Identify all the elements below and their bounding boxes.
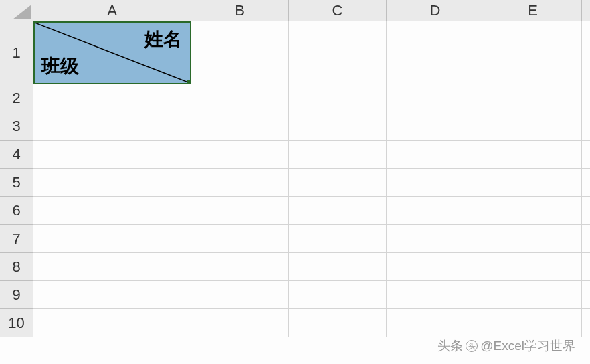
cell-D3[interactable]: [387, 112, 484, 141]
cell-C3[interactable]: [289, 112, 387, 141]
cell-E9[interactable]: [484, 281, 582, 309]
row-header-6[interactable]: 6: [0, 197, 33, 225]
cell-E1[interactable]: [484, 21, 582, 84]
fill-handle[interactable]: [187, 80, 191, 84]
cell-B5[interactable]: [191, 169, 289, 197]
row-label: 7: [12, 230, 20, 248]
cell-D10[interactable]: [387, 309, 484, 337]
cell-D4[interactable]: [387, 141, 484, 169]
row-header-9[interactable]: 9: [0, 281, 33, 309]
cell-C10[interactable]: [289, 309, 387, 337]
select-all-corner[interactable]: [0, 0, 33, 21]
column-header-E[interactable]: E: [484, 0, 582, 21]
column-header-B[interactable]: B: [191, 0, 289, 21]
col-label: B: [235, 2, 245, 19]
cell-edge: [582, 281, 590, 309]
row-header-7[interactable]: 7: [0, 225, 33, 253]
cell-edge: [582, 169, 590, 197]
row-label: 9: [12, 286, 20, 304]
cell-E7[interactable]: [484, 225, 582, 253]
cell-A7[interactable]: [33, 225, 191, 253]
cell-B1[interactable]: [191, 21, 289, 84]
cell-C9[interactable]: [289, 281, 387, 309]
cell-B8[interactable]: [191, 253, 289, 281]
cell-B9[interactable]: [191, 281, 289, 309]
cell-D5[interactable]: [387, 169, 484, 197]
watermark: 头条 头 @Excel学习世界: [437, 337, 575, 355]
cell-C1[interactable]: [289, 21, 387, 84]
cell-B7[interactable]: [191, 225, 289, 253]
watermark-prefix: 头条: [437, 337, 463, 355]
cell-A6[interactable]: [33, 197, 191, 225]
row-label: 6: [12, 202, 20, 219]
row-label: 2: [12, 90, 20, 107]
cell-E2[interactable]: [484, 84, 582, 112]
cell-C6[interactable]: [289, 197, 387, 225]
cell-A5[interactable]: [33, 169, 191, 197]
col-edge: [582, 0, 590, 21]
row-header-2[interactable]: 2: [0, 84, 33, 112]
cell-E8[interactable]: [484, 253, 582, 281]
cell-B10[interactable]: [191, 309, 289, 337]
cell-C7[interactable]: [289, 225, 387, 253]
cell-E10[interactable]: [484, 309, 582, 337]
column-header-C[interactable]: C: [289, 0, 387, 21]
cell-A1[interactable]: 姓名 班级: [33, 21, 191, 84]
row-label: 8: [12, 258, 20, 276]
cell-B4[interactable]: [191, 141, 289, 169]
cell-D2[interactable]: [387, 84, 484, 112]
row-label: 4: [12, 146, 20, 163]
cell-E6[interactable]: [484, 197, 582, 225]
cell-edge: [582, 21, 590, 84]
col-label: D: [430, 2, 441, 19]
cell-E4[interactable]: [484, 141, 582, 169]
cell-D9[interactable]: [387, 281, 484, 309]
column-header-D[interactable]: D: [387, 0, 484, 21]
cell-C4[interactable]: [289, 141, 387, 169]
col-label: C: [332, 2, 343, 19]
watermark-logo-icon: 头: [466, 340, 478, 352]
cell-C8[interactable]: [289, 253, 387, 281]
select-all-triangle-icon: [13, 5, 31, 19]
watermark-author: @Excel学习世界: [480, 337, 575, 355]
cell-C5[interactable]: [289, 169, 387, 197]
cell-A3[interactable]: [33, 112, 191, 141]
cell-C2[interactable]: [289, 84, 387, 112]
cell-E3[interactable]: [484, 112, 582, 141]
cell-D7[interactable]: [387, 225, 484, 253]
row-header-5[interactable]: 5: [0, 169, 33, 197]
row-label: 10: [8, 314, 24, 332]
cell-A2[interactable]: [33, 84, 191, 112]
row-header-8[interactable]: 8: [0, 253, 33, 281]
cell-A4[interactable]: [33, 141, 191, 169]
cell-edge: [582, 309, 590, 337]
row-label: 5: [12, 174, 20, 191]
col-label: E: [528, 2, 538, 19]
row-label: 1: [12, 44, 20, 62]
cell-A8[interactable]: [33, 253, 191, 281]
cell-E5[interactable]: [484, 169, 582, 197]
cell-edge: [582, 253, 590, 281]
cell-B2[interactable]: [191, 84, 289, 112]
cell-edge: [582, 84, 590, 112]
cell-D8[interactable]: [387, 253, 484, 281]
col-label: A: [107, 2, 117, 19]
cell-edge: [582, 197, 590, 225]
cell-A9[interactable]: [33, 281, 191, 309]
header-text-top: 姓名: [144, 27, 182, 52]
spreadsheet-grid: A B C D E 1 姓名 班级 2 3 4 5 6: [0, 0, 590, 337]
column-header-A[interactable]: A: [33, 0, 191, 21]
row-header-1[interactable]: 1: [0, 21, 33, 84]
cell-edge: [582, 112, 590, 141]
row-header-4[interactable]: 4: [0, 141, 33, 169]
row-label: 3: [12, 118, 20, 135]
cell-B3[interactable]: [191, 112, 289, 141]
cell-edge: [582, 225, 590, 253]
cell-D1[interactable]: [387, 21, 484, 84]
cell-A10[interactable]: [33, 309, 191, 337]
cell-D6[interactable]: [387, 197, 484, 225]
cell-B6[interactable]: [191, 197, 289, 225]
row-header-3[interactable]: 3: [0, 112, 33, 141]
row-header-10[interactable]: 10: [0, 309, 33, 337]
cell-edge: [582, 141, 590, 169]
